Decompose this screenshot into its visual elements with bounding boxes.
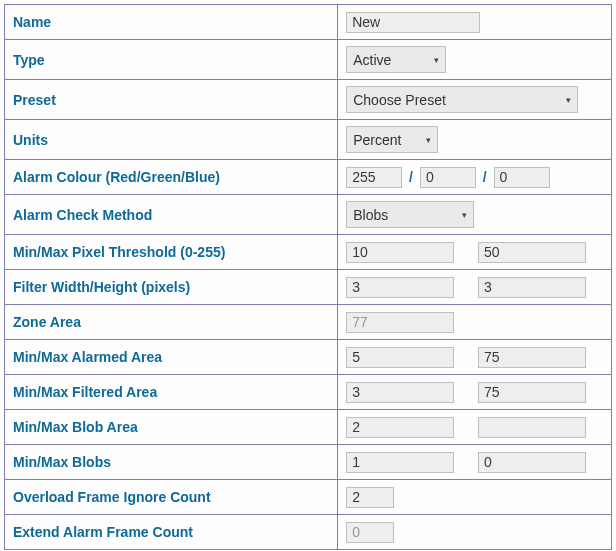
alarm-colour-green[interactable] xyxy=(420,167,476,188)
slash-sep: / xyxy=(406,169,416,185)
units-select[interactable]: Percent xyxy=(346,126,438,153)
extend-input xyxy=(346,522,394,543)
label-blob-area: Min/Max Blob Area xyxy=(5,410,338,445)
zone-area-field xyxy=(346,312,454,333)
label-name: Name xyxy=(5,5,338,40)
pixel-threshold-min[interactable] xyxy=(346,242,454,263)
label-units: Units xyxy=(5,120,338,160)
label-type: Type xyxy=(5,40,338,80)
overload-input[interactable] xyxy=(346,487,394,508)
label-zone-area: Zone Area xyxy=(5,305,338,340)
label-preset: Preset xyxy=(5,80,338,120)
label-extend: Extend Alarm Frame Count xyxy=(5,515,338,550)
alarmed-area-max[interactable] xyxy=(478,347,586,368)
blobs-max[interactable] xyxy=(478,452,586,473)
blob-area-min[interactable] xyxy=(346,417,454,438)
type-select[interactable]: Active xyxy=(346,46,446,73)
alarm-method-select[interactable]: Blobs xyxy=(346,201,474,228)
blob-area-max[interactable] xyxy=(478,417,586,438)
label-alarmed-area: Min/Max Alarmed Area xyxy=(5,340,338,375)
zone-config-table: Name Type Active Preset Choose Preset Un… xyxy=(4,4,612,550)
alarmed-area-min[interactable] xyxy=(346,347,454,368)
label-filter-wh: Filter Width/Height (pixels) xyxy=(5,270,338,305)
alarm-colour-red[interactable] xyxy=(346,167,402,188)
alarm-colour-blue[interactable] xyxy=(494,167,550,188)
label-alarm-colour: Alarm Colour (Red/Green/Blue) xyxy=(5,160,338,195)
pixel-threshold-max[interactable] xyxy=(478,242,586,263)
label-filtered-area: Min/Max Filtered Area xyxy=(5,375,338,410)
label-pixel-threshold: Min/Max Pixel Threshold (0-255) xyxy=(5,235,338,270)
label-alarm-method: Alarm Check Method xyxy=(5,195,338,235)
filter-width[interactable] xyxy=(346,277,454,298)
filtered-area-min[interactable] xyxy=(346,382,454,403)
preset-select[interactable]: Choose Preset xyxy=(346,86,578,113)
label-blobs: Min/Max Blobs xyxy=(5,445,338,480)
blobs-min[interactable] xyxy=(346,452,454,473)
label-overload: Overload Frame Ignore Count xyxy=(5,480,338,515)
filtered-area-max[interactable] xyxy=(478,382,586,403)
filter-height[interactable] xyxy=(478,277,586,298)
name-input[interactable] xyxy=(346,12,480,33)
slash-sep: / xyxy=(480,169,490,185)
